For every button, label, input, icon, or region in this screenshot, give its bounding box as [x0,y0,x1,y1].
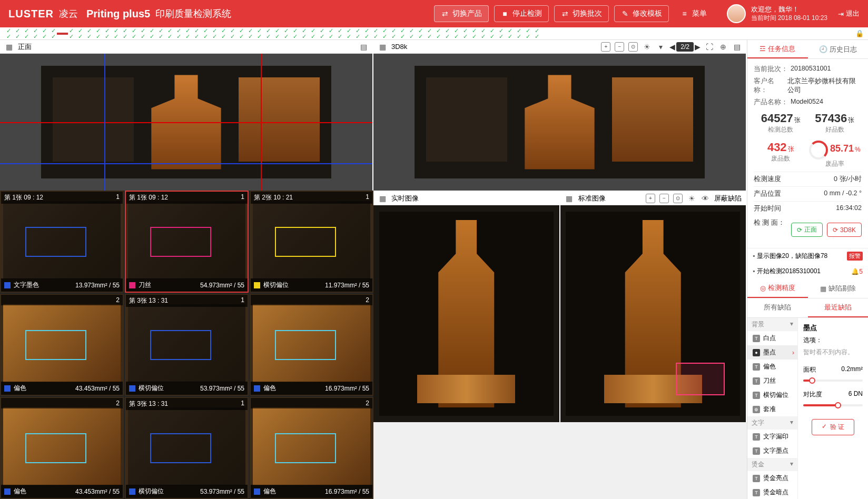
sheet-cell[interactable]: ✓✓ [407,28,416,39]
item-liangdian[interactable]: T烫金亮点 [747,471,797,485]
sheet-cell[interactable]: ✓✓ [228,28,237,39]
sheet-cell[interactable]: ✓✓ [219,28,228,39]
tab-history[interactable]: 🕘历史日志 [808,40,869,58]
group-hotstamp[interactable]: 烫金▾ [747,458,797,471]
log-item[interactable]: 显示图像20，缺陷图像78报警 [747,248,868,264]
sheet-cell[interactable]: ✓✓ [201,28,210,39]
defect-thumb[interactable]: 第 1张 09 : 121刀丝54.973mm² / 55 [125,191,249,293]
item-wzmodian[interactable]: T文字墨点 [747,444,797,458]
grid-icon[interactable]: ▦ [4,42,14,52]
sheet-cell[interactable]: ✓✓ [130,28,139,39]
chip-front[interactable]: ⟳正面 [791,223,823,237]
menu-button[interactable]: ≡菜单 [674,6,713,22]
defect-thumb[interactable]: 2偏色43.453mm² / 55 [0,294,124,396]
switch-product-button[interactable]: ⇄切换产品 [434,5,489,22]
sheet-cell[interactable]: ✓✓ [524,28,532,39]
sheet-cell[interactable]: ✓✓ [452,28,461,39]
sheet-cell[interactable]: ✓✓ [362,28,371,39]
defect-thumb[interactable]: 2偏色43.453mm² / 55 [0,397,124,499]
next-page-button[interactable]: ▶ [695,43,701,51]
sheet-cell[interactable]: ✓✓ [67,28,76,39]
sheet-cell[interactable]: ✓✓ [425,28,434,39]
sheet-cell[interactable]: ✓✓ [174,28,183,39]
sheet-cell[interactable]: ✓✓ [398,28,407,39]
item-baidian[interactable]: T白点 [747,331,797,345]
subtab-delete[interactable]: ▦缺陷剔除 [808,279,869,298]
sheet-cell[interactable]: ✓✓ [344,28,353,39]
sheet-cell[interactable]: ✓✓ [470,28,479,39]
item-daosi[interactable]: T刀丝 [747,374,797,388]
sheet-cell[interactable]: ✓✓ [515,28,524,39]
subtab-all-defects[interactable]: 所有缺陷 [747,298,808,317]
sheet-cell[interactable]: ✓✓ [282,28,291,39]
sheet-cell[interactable]: ✓✓ [40,28,49,39]
sheet-cell[interactable]: ✓✓ [264,28,273,39]
realtime-canvas[interactable] [373,205,559,422]
layout-icon[interactable]: ▤ [732,42,742,52]
sheet-cell[interactable]: ✓✓ [31,28,40,39]
sheet-cell[interactable]: ✓✓ [210,28,219,39]
sheet-cell[interactable]: ✓✓ [300,28,309,39]
sheet-cell[interactable]: ✓✓ [49,28,58,39]
sheet-cell[interactable]: ✓✓ [353,28,362,39]
sheet-cell[interactable]: ✓✓ [121,28,130,39]
sheet-cell[interactable]: ✓✓ [112,28,121,39]
subtab-recent-defects[interactable]: 最近缺陷 [808,298,869,317]
sheet-cell[interactable]: ✓✓ [13,28,22,39]
chip-3d8k[interactable]: ⟳3D8K [827,223,862,237]
sheet-cell[interactable]: ✓✓ [380,28,389,39]
sheet-cell[interactable]: ✓✓ [309,28,318,39]
switch-batch-button[interactable]: ⇄切换批次 [554,5,609,22]
zoom-out-icon[interactable]: − [659,194,669,203]
sheet-cell[interactable]: ✓✓ [192,28,201,39]
sheet-cell[interactable]: ✓✓ [103,28,112,39]
defect-thumb[interactable]: 第 1张 09 : 121文字墨色13.973mm² / 55 [0,191,124,293]
item-andian[interactable]: T烫金暗点 [747,485,797,499]
zoom-fit-icon[interactable]: ⊙ [673,194,683,203]
sheet-cell[interactable]: ✓✓ [336,28,344,39]
sheet-cell[interactable]: ✓✓ [291,28,300,39]
sheet-cell[interactable]: ✓✓ [4,28,13,39]
zoom-fit-icon[interactable]: ⊙ [628,42,638,52]
sheet-cell[interactable]: ✓✓ [156,28,165,39]
sheet-cell[interactable]: ✓✓ [461,28,470,39]
eye-off-icon[interactable]: 👁 [701,194,710,203]
defect-thumb[interactable]: 第 2张 10 : 211横切偏位11.973mm² / 55 [250,191,373,293]
lock-icon[interactable]: 🔒 [855,29,864,37]
zoom-out-icon[interactable]: − [615,42,624,52]
sheet-cell[interactable]: ✓✓ [416,28,425,39]
grid-icon[interactable]: ▦ [565,194,574,203]
log-item[interactable]: 开始检测20185310001🔔5 [747,264,868,279]
sheet-cell[interactable]: ✓✓ [479,28,488,39]
sheet-cell[interactable]: ✓✓ [389,28,398,39]
sheet-cell[interactable]: ✓✓ [76,28,85,39]
area-slider[interactable] [803,380,863,382]
sheet-cell[interactable]: ✓✓ [273,28,282,39]
edit-template-button[interactable]: ✎修改模板 [614,5,669,22]
contrast-slider[interactable] [803,404,863,406]
layout-icon[interactable]: ▤ [359,42,368,52]
brightness-icon[interactable]: ☀ [687,194,696,203]
chevron-down-icon[interactable]: ▾ [656,42,665,52]
hide-defect-label[interactable]: 屏蔽缺陷 [714,194,742,203]
defect-thumb[interactable]: 2偏色16.973mm² / 55 [250,294,373,396]
item-modian[interactable]: ●墨点 [747,345,797,360]
group-background[interactable]: 背景▾ [747,318,797,331]
zoom-in-icon[interactable]: + [646,194,655,203]
sheet-cell[interactable]: ✓✓ [371,28,380,39]
item-louyin[interactable]: T文字漏印 [747,430,797,444]
sheet-cell[interactable]: ✓✓ [183,28,192,39]
grid-icon[interactable]: ▦ [378,194,387,203]
sheet-cell[interactable]: ✓✓ [147,28,156,39]
grid-icon[interactable]: ▦ [378,42,387,52]
exit-button[interactable]: ⇥退出 [838,9,860,18]
sheet-cell[interactable]: ✓✓ [85,28,94,39]
sheet-cell[interactable]: ✓✓ [327,28,336,39]
sheet-cell[interactable]: ✓✓ [237,28,246,39]
stop-detect-button[interactable]: ■停止检测 [494,5,549,22]
sheet-cell[interactable]: ✓✓ [488,28,497,39]
defect-thumb[interactable]: 第 3张 13 : 311横切偏位53.973mm² / 55 [125,397,249,499]
brightness-icon[interactable]: ☀ [642,42,652,52]
viewer-canvas[interactable] [373,54,746,191]
subtab-precision[interactable]: ◎检测精度 [747,279,808,298]
